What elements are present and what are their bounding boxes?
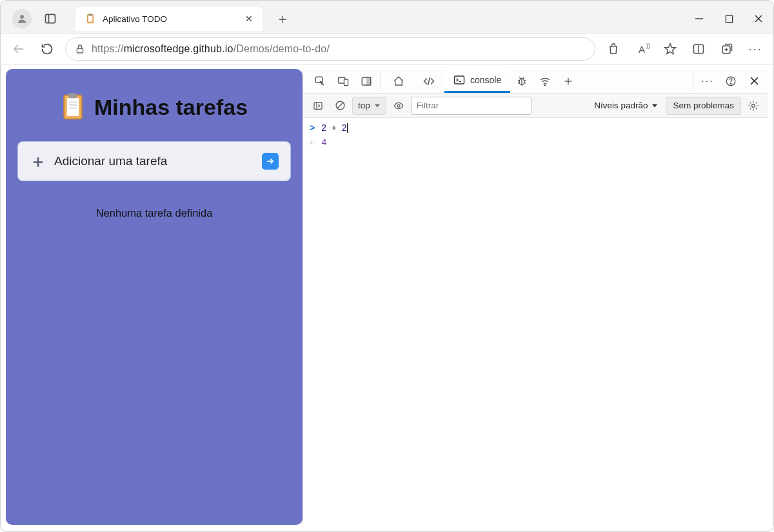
window-minimize-button[interactable]	[684, 6, 714, 32]
devtools-panel: console ···	[303, 69, 768, 525]
device-emulation-button[interactable]	[332, 69, 355, 93]
clipboard-icon	[84, 13, 96, 25]
svg-line-37	[518, 83, 519, 83]
issues-label: Sem problemas	[673, 101, 734, 110]
devtools-help-button[interactable]	[719, 69, 742, 93]
svg-rect-23	[69, 94, 77, 99]
more-tabs-button[interactable]	[557, 69, 580, 93]
read-aloud-button[interactable]: A))	[629, 37, 655, 61]
tab-welcome[interactable]	[384, 69, 413, 93]
svg-rect-27	[344, 79, 348, 86]
inspect-element-button[interactable]	[308, 69, 332, 93]
plus-icon	[563, 76, 573, 86]
address-bar: https://microsoftedge.github.io/Demos/de…	[1, 33, 773, 65]
svg-marker-50	[375, 104, 380, 107]
svg-rect-19	[67, 98, 79, 116]
nav-refresh-button[interactable]	[34, 37, 60, 61]
console-expression: 2 + 2	[321, 123, 347, 133]
arrow-right-icon	[266, 157, 275, 166]
svg-point-43	[730, 83, 731, 84]
context-label: top	[358, 101, 370, 110]
add-task-label: Adicionar uma tarefa	[54, 154, 254, 168]
clear-icon	[335, 100, 346, 111]
dock-side-button[interactable]	[355, 69, 378, 93]
read-aloud-icon: A))	[639, 44, 645, 55]
favorite-button[interactable]	[657, 37, 683, 61]
console-filter-input[interactable]	[411, 97, 531, 115]
app-title: Minhas tarefas	[94, 95, 248, 120]
workspaces-button[interactable]	[39, 8, 61, 30]
clear-console-button[interactable]	[330, 97, 350, 115]
collections-icon	[720, 43, 733, 55]
arrow-left-icon	[12, 42, 26, 56]
svg-rect-31	[455, 76, 464, 84]
console-input-line: > 2 + 2	[310, 121, 762, 135]
eye-icon	[393, 101, 404, 111]
chevron-down-icon	[374, 103, 381, 109]
devtools-tab-bar: console ···	[303, 69, 768, 94]
window-maximize-button[interactable]	[714, 6, 744, 32]
tab-console[interactable]: console	[444, 69, 510, 93]
tab-network[interactable]	[533, 69, 557, 93]
nav-back-button[interactable]	[6, 37, 32, 61]
tab-console-label: console	[470, 75, 501, 85]
new-tab-button[interactable]: ＋	[272, 8, 293, 30]
star-icon	[664, 43, 677, 55]
inspect-icon	[314, 75, 326, 87]
shopping-button[interactable]	[600, 37, 626, 61]
console-output[interactable]: > 2 + 2 ‹· 4	[303, 118, 768, 525]
svg-rect-29	[367, 77, 371, 85]
tab-elements[interactable]	[413, 69, 444, 93]
console-icon	[453, 74, 465, 86]
svg-point-0	[20, 15, 24, 19]
sidebar-icon	[312, 101, 324, 111]
split-screen-button[interactable]	[686, 37, 711, 61]
gear-icon	[748, 100, 759, 112]
title-bar: Aplicativo TODO ✕ ＋	[1, 1, 773, 33]
window-close-button[interactable]	[744, 6, 773, 32]
output-chevron-icon: ‹·	[310, 137, 315, 147]
issues-button[interactable]: Sem problemas	[666, 97, 741, 115]
browser-menu-button[interactable]: ···	[742, 37, 768, 61]
devtools-menu-button[interactable]: ···	[696, 69, 719, 93]
add-task-card[interactable]: ＋ Adicionar uma tarefa	[17, 141, 291, 181]
ellipsis-icon: ···	[748, 43, 762, 56]
live-expression-button[interactable]	[389, 97, 408, 115]
svg-line-30	[428, 77, 430, 85]
profile-avatar[interactable]	[12, 9, 32, 28]
devtools-close-button[interactable]	[742, 69, 766, 93]
empty-state: Nenhuma tarefa definida	[96, 207, 213, 219]
collections-button[interactable]	[714, 37, 740, 61]
split-icon	[692, 43, 705, 55]
url-text: https://microsoftedge.github.io/Demos/de…	[92, 43, 330, 55]
refresh-icon	[41, 43, 54, 55]
close-icon	[754, 14, 763, 23]
execution-context-selector[interactable]: top	[352, 97, 386, 115]
submit-task-button[interactable]	[262, 153, 279, 170]
dock-icon	[361, 75, 372, 87]
workspace-icon	[44, 12, 57, 25]
browser-tab[interactable]: Aplicativo TODO ✕	[75, 6, 263, 31]
svg-point-53	[752, 104, 755, 107]
tab-issues[interactable]	[510, 69, 533, 93]
console-eager-eval: ‹· 4	[310, 135, 762, 149]
app-heading: Minhas tarefas	[61, 92, 248, 122]
bug-icon	[515, 75, 528, 87]
log-levels-selector[interactable]: Níveis padrão	[589, 101, 663, 110]
clipboard-icon	[61, 92, 85, 122]
plus-icon: ＋	[30, 150, 46, 173]
code-icon	[422, 75, 435, 87]
tab-title: Aplicativo TODO	[103, 14, 243, 24]
url-field[interactable]: https://microsoftedge.github.io/Demos/de…	[65, 37, 595, 61]
content-area: Minhas tarefas ＋ Adicionar uma tarefa Ne…	[1, 65, 773, 531]
toggle-sidebar-button[interactable]	[308, 97, 328, 115]
user-icon	[16, 13, 28, 25]
lock-icon	[75, 44, 85, 54]
svg-rect-5	[89, 14, 92, 15]
svg-rect-46	[314, 102, 322, 109]
svg-rect-4	[88, 16, 92, 22]
svg-marker-12	[665, 44, 676, 54]
svg-point-51	[397, 104, 400, 107]
console-settings-button[interactable]	[744, 97, 763, 115]
tab-close-button[interactable]: ✕	[243, 13, 255, 25]
